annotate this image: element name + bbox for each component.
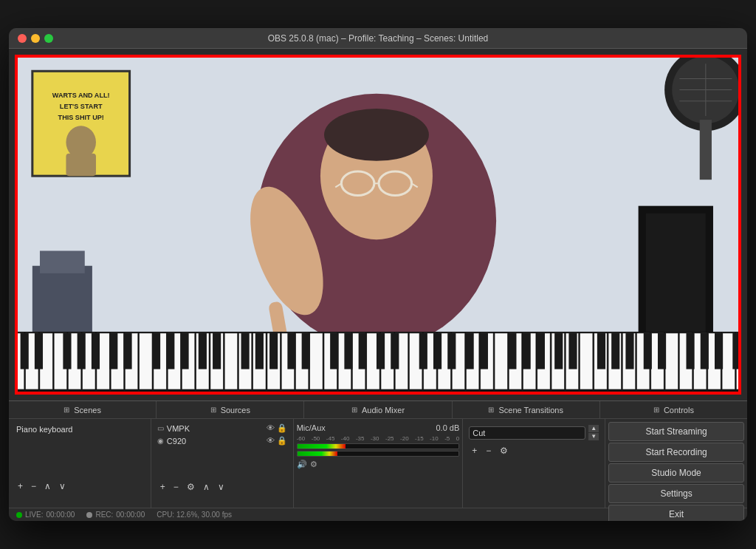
svg-point-23 <box>324 109 429 161</box>
live-label: LIVE: <box>25 511 43 519</box>
transitions-header: ⊞ Scene Transitions <box>453 401 600 418</box>
sources-up-button[interactable]: ∧ <box>200 481 213 493</box>
transition-select: Cut ▲ ▼ <box>466 422 602 443</box>
transition-name: Cut <box>469 426 585 440</box>
svg-rect-100 <box>330 333 338 369</box>
svg-rect-105 <box>419 333 427 369</box>
mute-icon[interactable]: 🔊 <box>297 460 307 469</box>
audio-header: ⊞ Audio Mixer <box>304 401 452 418</box>
svg-rect-121 <box>701 333 709 369</box>
scenes-add-button[interactable]: + <box>15 480 26 492</box>
traffic-lights <box>18 34 53 43</box>
svg-rect-98 <box>287 333 295 369</box>
controls-label: Controls <box>664 406 694 415</box>
scene-item[interactable]: Piano keyboard <box>12 422 148 437</box>
scenes-up-button[interactable]: ∧ <box>41 480 54 492</box>
svg-rect-101 <box>344 333 352 369</box>
transition-gear-button[interactable]: ⚙ <box>497 445 511 457</box>
bottom-panel: ⊞ Scenes ⊞ Sources ⊞ Audio Mixer ⊞ Scene… <box>9 400 747 521</box>
preview-canvas: WARTS AND ALL! LET'S START THIS SHIT UP! <box>16 56 740 393</box>
sources-panel: ▭ VMPK 👁 🔒 ◉ C920 👁 🔒 + <box>151 419 294 508</box>
svg-text:LET'S START: LET'S START <box>60 103 103 110</box>
meter-fill-right <box>298 451 338 456</box>
source-vmpk-label: VMPK <box>167 424 190 433</box>
audio-meters: -60 -50 -45 -40 -35 -30 -25 -20 -15 -10 … <box>297 434 460 458</box>
svg-rect-93 <box>199 333 207 369</box>
svg-rect-115 <box>597 333 605 369</box>
visibility-icon[interactable]: 👁 <box>267 423 275 433</box>
camera-icon: ◉ <box>157 437 164 445</box>
meter-bar-right <box>297 451 460 457</box>
source-item[interactable]: ▭ VMPK 👁 🔒 <box>154 422 290 434</box>
audio-panel: Mic/Aux 0.0 dB -60 -50 -45 -40 -35 -30 -… <box>294 419 464 508</box>
svg-rect-15 <box>700 120 712 180</box>
audio-label: Audio Mixer <box>362 406 405 415</box>
source-item[interactable]: ◉ C920 👁 🔒 <box>154 434 290 447</box>
transitions-panel: Cut ▲ ▼ + − ⚙ <box>463 419 605 508</box>
start-recording-button[interactable]: Start Recording <box>608 443 744 462</box>
svg-rect-102 <box>359 333 367 369</box>
svg-rect-8 <box>66 154 96 176</box>
svg-rect-110 <box>508 333 516 369</box>
lock-icon[interactable]: 🔒 <box>277 436 287 446</box>
sources-down-button[interactable]: ∨ <box>215 481 227 493</box>
preview-area: WARTS AND ALL! LET'S START THIS SHIT UP! <box>15 55 741 395</box>
svg-text:WARTS AND ALL!: WARTS AND ALL! <box>52 92 110 99</box>
svg-rect-103 <box>377 333 385 369</box>
scenes-down-button[interactable]: ∨ <box>56 480 69 492</box>
svg-rect-27 <box>646 214 706 348</box>
start-streaming-button[interactable]: Start Streaming <box>608 422 744 441</box>
svg-rect-95 <box>241 333 250 369</box>
svg-rect-52 <box>310 333 323 389</box>
visibility-icon[interactable]: 👁 <box>267 436 275 446</box>
maximize-button[interactable] <box>44 34 53 43</box>
window-title: OBS 25.0.8 (mac) – Profile: Teaching – S… <box>268 33 489 44</box>
svg-text:THIS SHIT UP!: THIS SHIT UP! <box>58 114 104 121</box>
scenes-header: ⊞ Scenes <box>9 401 157 418</box>
svg-rect-106 <box>433 333 441 369</box>
transition-remove-button[interactable]: − <box>483 445 494 457</box>
minimize-button[interactable] <box>31 34 40 43</box>
controls-icon: ⊞ <box>653 406 659 414</box>
svg-rect-112 <box>537 333 545 369</box>
live-dot <box>16 512 22 518</box>
svg-rect-96 <box>255 333 264 369</box>
transition-down-button[interactable]: ▼ <box>588 433 599 440</box>
sources-remove-button[interactable]: − <box>171 481 182 493</box>
rec-label: REC: <box>95 511 113 519</box>
sources-add-button[interactable]: + <box>157 481 168 493</box>
live-status: LIVE: 00:00:00 <box>16 511 75 519</box>
scenes-panel: Piano keyboard + − ∧ ∨ <box>9 419 151 508</box>
lock-icon[interactable]: 🔒 <box>277 423 287 433</box>
sources-label: Sources <box>221 406 250 415</box>
obs-window: OBS 25.0.8 (mac) – Profile: Teaching – S… <box>9 28 747 521</box>
scenes-remove-button[interactable]: − <box>28 480 39 492</box>
meter-fill-left <box>298 444 346 449</box>
svg-rect-99 <box>302 333 310 369</box>
svg-rect-116 <box>611 333 619 369</box>
sources-icon: ⊞ <box>210 406 216 414</box>
sources-toolbar: + − ⚙ ∧ ∨ <box>154 478 290 496</box>
close-button[interactable] <box>18 34 27 43</box>
panel-content: Piano keyboard + − ∧ ∨ ▭ VMPK 👁 <box>9 419 747 508</box>
transition-add-button[interactable]: + <box>469 445 480 457</box>
transition-up-button[interactable]: ▲ <box>588 425 599 432</box>
svg-rect-114 <box>568 333 577 369</box>
svg-rect-86 <box>78 333 86 369</box>
svg-rect-123 <box>732 333 740 369</box>
settings-button[interactable]: Settings <box>608 484 744 503</box>
sources-gear-button[interactable]: ⚙ <box>184 481 198 493</box>
audio-settings-icon[interactable]: ⚙ <box>310 460 317 469</box>
svg-rect-29 <box>40 250 85 273</box>
exit-button[interactable]: Exit <box>608 505 744 521</box>
svg-rect-77 <box>665 333 678 389</box>
cpu-status: CPU: 12.6%, 30.00 fps <box>157 511 232 519</box>
controls-header: ⊞ Controls <box>600 401 747 418</box>
svg-rect-89 <box>123 333 131 369</box>
svg-rect-122 <box>715 333 723 369</box>
audio-channel-label: Mic/Aux 0.0 dB <box>297 422 460 434</box>
svg-rect-109 <box>480 333 488 369</box>
rec-dot <box>86 512 92 518</box>
svg-rect-71 <box>580 333 593 389</box>
studio-mode-button[interactable]: Studio Mode <box>608 463 744 482</box>
